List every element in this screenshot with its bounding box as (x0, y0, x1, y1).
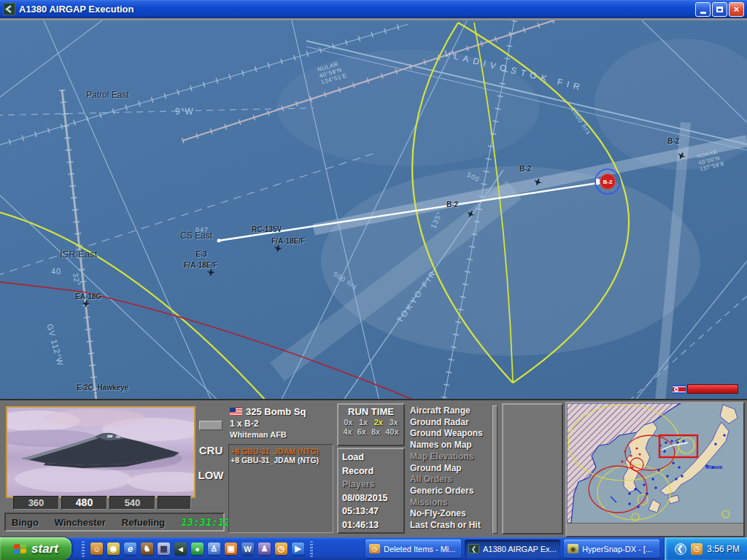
window-title: A1380 AIRGAP Execution (19, 4, 695, 15)
cruise-throttle-button[interactable]: CRU (196, 444, 226, 456)
window-titlebar[interactable]: A1380 AIRGAP Execution × (0, 0, 747, 18)
minimap-footer (567, 523, 743, 536)
close-button[interactable]: × (729, 2, 744, 17)
tray-clock-icon[interactable]: ◷ (691, 543, 703, 555)
tray-time: 3:56 PM (707, 544, 740, 554)
latitude-label-40: 40 (51, 267, 61, 276)
menu-item-generic-orders[interactable]: Generic Orders (410, 486, 500, 497)
menu-item-ground-weapons[interactable]: Ground Weapons (410, 428, 500, 440)
weapon-item-selected[interactable]: +8 GBU-31_JDAM (NTG) (231, 447, 331, 456)
map-options-menu: Aircraft Range Ground Radar Ground Weapo… (407, 403, 500, 536)
menu-item-no-fly-zones[interactable]: No-Fly-Zones (410, 508, 500, 520)
unit-label-e3[interactable]: E-3 (196, 250, 207, 258)
map-viewport[interactable]: B-2 Patrol East 9°W NULAR40°59'N134°51'E… (0, 18, 747, 399)
us-flag-icon (230, 408, 242, 416)
weapon-item[interactable]: +8 GBU-31_JDAM (NTG) (231, 456, 331, 464)
speed-3x[interactable]: 3x (390, 418, 398, 427)
unit-base: Whiteman AFB (227, 429, 336, 439)
unit-label-fa18-2[interactable]: F/A-18E/F (184, 261, 217, 269)
threat-strength-bar (687, 384, 738, 394)
fuel-state-strip: Bingo Winchester Refueling 13:31:12 (4, 513, 225, 532)
squadron-name: 325 Bomb Sq (246, 406, 306, 417)
minimap-graphics: Misawa (567, 403, 743, 523)
speed-6x[interactable]: 6x (357, 427, 366, 436)
restore-button[interactable] (712, 2, 727, 17)
sim-date: 08/08/2015 (342, 491, 403, 505)
ie-icon[interactable]: e (124, 542, 136, 555)
unit-label-b2-line[interactable]: B-2 (446, 201, 458, 209)
record-button[interactable]: Record (342, 464, 403, 478)
task-button-airgap[interactable]: ❮ A1380 AIRGAP Ex... (465, 540, 560, 558)
app-icon (3, 3, 15, 15)
low-throttle-button[interactable]: LOW (196, 469, 226, 481)
people-icon[interactable]: ♟ (258, 542, 271, 555)
quick-launch: ☺ ◉ e ♞ ▦ ◄ ● ♙ ▣ W ♟ ◷ ▶ (71, 541, 320, 557)
minimize-button[interactable] (695, 2, 711, 17)
menu-item-names-on-map[interactable]: Names on Map (410, 440, 500, 451)
speed-8x[interactable]: 8x (371, 427, 380, 436)
menu-item-ground-map[interactable]: Ground Map (410, 463, 500, 475)
unit-label-b2-ne[interactable]: B-2 (667, 137, 679, 145)
task-button-hypersnap[interactable]: ◉ HyperSnap-DX - [... (564, 540, 659, 558)
speed-1x[interactable]: 1x (359, 418, 368, 427)
menu-item-map-elevations[interactable]: Map Elevations (410, 451, 500, 463)
unit-label-ea18g[interactable]: EA-18G (75, 292, 101, 300)
runtime-title: RUN TIME (338, 405, 403, 417)
fuel-clock: 13:31:12 (181, 516, 230, 528)
tray-chevron-icon[interactable]: ❮ (675, 543, 686, 555)
speed-40x[interactable]: 40x (385, 427, 398, 436)
start-button[interactable]: start (0, 537, 71, 560)
game-icon[interactable]: ♞ (141, 542, 153, 555)
target-label: B-2 (603, 179, 613, 185)
minimap[interactable]: Misawa (565, 402, 745, 537)
weapons-list[interactable]: +8 GBU-31_JDAM (NTG) +8 GBU-31_JDAM (NTG… (228, 444, 333, 533)
unit-label-fa18-1[interactable]: F/A-18E/F (271, 237, 305, 245)
meridian-label-9w: 9°W (175, 106, 194, 117)
taskbar-divider[interactable] (82, 541, 85, 557)
word-icon[interactable]: W (241, 542, 254, 555)
taskbar: start ☺ ◉ e ♞ ▦ ◄ ● ♙ ▣ W ♟ ◷ ▶ ◷ Delete… (0, 537, 747, 560)
zone-label-patrol-east: Patrol East (86, 90, 129, 100)
remote-desktop-icon[interactable]: ▦ (158, 542, 170, 555)
menu-item-ground-radar[interactable]: Ground Radar (410, 417, 500, 429)
unit-label-e2c-hawkeye[interactable]: E-2C_Hawkeye (77, 384, 128, 392)
speed-2x[interactable]: 2x (374, 418, 383, 427)
players-button[interactable]: Players (342, 478, 403, 491)
empty-panel (502, 403, 563, 534)
refueling-label: Refueling (122, 517, 165, 528)
map-graphics: B-2 (0, 20, 747, 399)
unit-label-b2-mid[interactable]: B-2 (519, 165, 531, 173)
messenger-icon[interactable]: ☺ (90, 542, 103, 555)
menu-item-missions[interactable]: Missions (410, 497, 500, 509)
media-player-icon[interactable]: ▶ (292, 542, 304, 555)
unit-label-rc135v[interactable]: RC-135V (252, 225, 282, 233)
fuel-mark-empty (158, 496, 191, 510)
menu-item-all-orders[interactable]: All Orders (410, 474, 500, 486)
menu-item-aircraft-range[interactable]: Aircraft Range (410, 405, 500, 417)
task-button-deleted-items[interactable]: ◷ Deleted Items - Mi... (365, 540, 461, 558)
blank-button[interactable] (199, 421, 222, 430)
aircraft-photo (6, 406, 196, 498)
menu-scrollbar[interactable] (492, 405, 498, 534)
unit-count: 1 x B-2 (227, 417, 336, 429)
speed-0x[interactable]: 0x (344, 418, 352, 427)
control-panel: CRU LOW 360 480 540 Bingo Winchester Ref… (0, 399, 747, 537)
load-button[interactable]: Load (342, 451, 403, 464)
zone-label-isr-east: ISR East (60, 249, 97, 260)
fuel-mark-360: 360 (13, 496, 59, 510)
snapshot-icon[interactable]: ◉ (107, 542, 120, 555)
back-arrow-icon[interactable]: ◄ (174, 542, 187, 555)
menu-item-last-crash-or-hit[interactable]: Last Crash or Hit (410, 520, 500, 532)
unit-info-panel: 325 Bomb Sq 1 x B-2 Whiteman AFB +8 GBU-… (227, 403, 336, 536)
app-icon[interactable]: ♙ (208, 542, 220, 555)
winchester-label: Winchester (55, 517, 106, 528)
speed-4x[interactable]: 4x (343, 427, 352, 436)
zone-label-cs-east: CS East (180, 230, 212, 241)
bingo-label: Bingo (12, 517, 39, 528)
task-buttons: ◷ Deleted Items - Mi... ❮ A1380 AIRGAP E… (365, 540, 659, 558)
quicktime-icon[interactable]: ● (191, 542, 204, 555)
throttle-column: CRU LOW (196, 405, 226, 499)
taskbar-divider[interactable] (310, 541, 313, 557)
outlook-icon[interactable]: ▣ (225, 542, 237, 555)
clock-icon[interactable]: ◷ (275, 542, 287, 555)
